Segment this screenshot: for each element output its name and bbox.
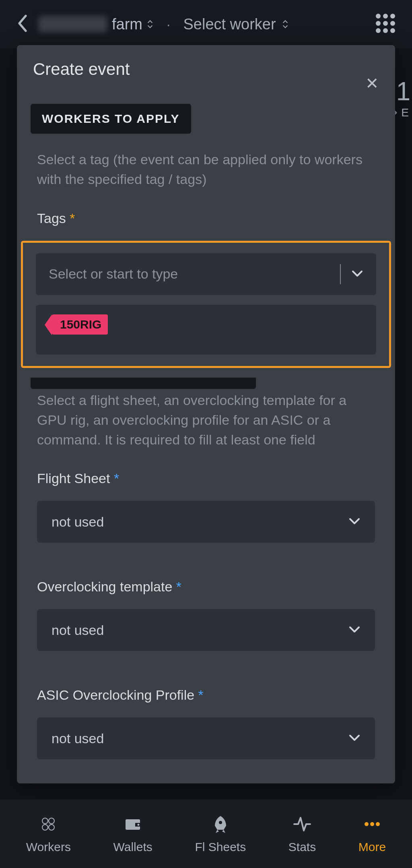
svg-point-19 (376, 822, 380, 826)
svg-point-7 (383, 28, 388, 33)
nav-stats-label: Stats (288, 840, 316, 854)
activity-icon (292, 814, 313, 835)
tags-helper-text: Select a tag (the event can be applied o… (17, 134, 395, 190)
svg-point-8 (390, 28, 395, 33)
workers-to-apply-tab[interactable]: WORKERS TO APPLY (31, 104, 191, 134)
app-grid-icon[interactable] (375, 13, 396, 35)
nav-more-label: More (358, 840, 386, 854)
nav-wallets[interactable]: Wallets (113, 814, 152, 854)
svg-point-16 (219, 821, 222, 824)
nav-flsheets-label: Fl Sheets (195, 840, 246, 854)
svg-point-12 (49, 825, 54, 830)
topbar: farm · Select worker (0, 0, 412, 48)
back-button[interactable] (16, 14, 29, 35)
svg-point-17 (365, 822, 369, 826)
flight-sheet-select[interactable]: not used (37, 501, 375, 543)
updown-icon (282, 19, 289, 29)
chevron-down-icon (348, 625, 360, 635)
nav-wallets-label: Wallets (113, 840, 152, 854)
nav-workers[interactable]: Workers (26, 814, 71, 854)
chevron-down-icon (351, 269, 363, 279)
oc-template-value: not used (52, 622, 104, 638)
svg-point-10 (49, 818, 54, 824)
svg-point-1 (383, 14, 388, 19)
asic-profile-label: ASIC Overclocking Profile * (17, 651, 395, 703)
svg-point-5 (390, 21, 395, 26)
modal-title: Create event (33, 60, 130, 79)
more-icon (362, 814, 383, 835)
flight-sheet-value: not used (52, 514, 104, 530)
asic-profile-value: not used (52, 731, 104, 746)
svg-point-4 (383, 21, 388, 26)
svg-point-15 (138, 824, 140, 826)
workers-icon (38, 814, 59, 835)
flight-sheet-label: Flight Sheet * (17, 450, 395, 486)
chevron-down-icon (348, 734, 360, 743)
svg-point-11 (42, 825, 48, 830)
create-event-modal: Create event ✕ WORKERS TO APPLY Select a… (17, 45, 395, 783)
tag-option-150rig[interactable]: 150RIG (52, 314, 108, 335)
svg-point-9 (42, 818, 48, 824)
nav-flsheets[interactable]: Fl Sheets (195, 814, 246, 854)
tags-placeholder: Select or start to type (49, 266, 178, 282)
stat-unit: E (401, 106, 410, 119)
svg-point-0 (376, 14, 381, 19)
nav-more[interactable]: More (358, 814, 386, 854)
bottom-nav: Workers Wallets Fl Sheets Stats More (0, 800, 412, 868)
rocket-icon (210, 814, 231, 835)
select-worker-dropdown[interactable]: Select worker (183, 16, 288, 33)
close-icon[interactable]: ✕ (365, 74, 379, 93)
divider (340, 264, 341, 284)
nav-stats[interactable]: Stats (288, 814, 316, 854)
svg-point-3 (376, 21, 381, 26)
required-asterisk: * (176, 579, 181, 594)
required-asterisk: * (114, 471, 119, 486)
chevron-down-icon (348, 517, 360, 527)
farm-selector[interactable]: farm (39, 16, 154, 33)
asic-profile-select[interactable]: not used (37, 717, 375, 759)
tags-options-panel: 150RIG (36, 305, 376, 355)
required-asterisk: * (70, 211, 75, 226)
tab-underlay (31, 378, 256, 389)
oc-template-select[interactable]: not used (37, 609, 375, 651)
oc-template-label: Overclocking template * (17, 543, 395, 595)
svg-point-18 (370, 822, 374, 826)
tags-highlight-box: Select or start to type 150RIG (21, 241, 391, 368)
tag-option-label: 150RIG (60, 318, 101, 331)
farm-name-blurred (39, 16, 107, 32)
tags-label: Tags * (17, 190, 395, 226)
select-worker-label: Select worker (183, 16, 276, 33)
updown-icon (146, 19, 154, 29)
svg-point-2 (390, 14, 395, 19)
tags-select[interactable]: Select or start to type (36, 253, 376, 295)
nav-workers-label: Workers (26, 840, 71, 854)
farm-label: farm (112, 16, 142, 33)
separator-dot: · (167, 17, 170, 32)
svg-point-6 (376, 28, 381, 33)
wallet-icon (122, 814, 143, 835)
required-asterisk: * (198, 687, 204, 703)
